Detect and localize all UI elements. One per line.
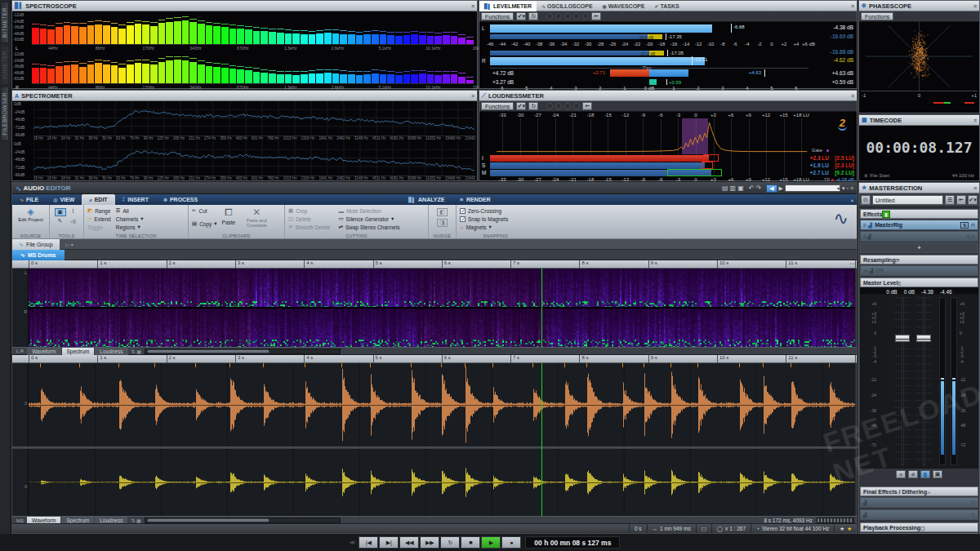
- resampling-slot[interactable]: ≫ ▟ Off: [860, 265, 978, 276]
- meter-tab-levelmeter[interactable]: ▊▌LEVELMETER: [479, 1, 537, 11]
- undo-icon[interactable]: ↶: [749, 184, 755, 192]
- play-button[interactable]: ▶: [481, 536, 501, 549]
- toggle-button[interactable]: Toggle: [87, 223, 111, 231]
- dithering-slot-empty[interactable]: ▟ ⊓: [860, 497, 978, 508]
- zoom-field[interactable]: ◯ x 1 : 267: [711, 524, 751, 533]
- effect-slot-masterrig[interactable]: ≡ ▟ MasterRig S ⊓: [860, 220, 978, 230]
- rewind-button[interactable]: ◀◀: [399, 536, 419, 549]
- paste-button[interactable]: Paste: [222, 218, 236, 226]
- panel-menu-icon[interactable]: ≡: [973, 185, 977, 191]
- meter-tab-oscilloscope[interactable]: ∿OSCILLOSCOPE: [537, 1, 598, 11]
- cursor-position-field[interactable]: 0 s: [629, 524, 647, 533]
- master-titlebar[interactable]: ★ MASTERSECTION ≡: [859, 183, 979, 193]
- ribbon-tab-insert[interactable]: ⌶INSERT: [115, 194, 156, 205]
- effects-led-icon[interactable]: ▮: [882, 211, 889, 218]
- layout-icon[interactable]: ▫: [846, 185, 848, 191]
- audition-tool-button[interactable]: ◁): [68, 218, 79, 224]
- ribbon-tab-process[interactable]: ✱PROCESS: [156, 194, 205, 205]
- preset-slot-icon[interactable]: [573, 103, 580, 109]
- fader-track[interactable]: [894, 297, 911, 465]
- redo-icon[interactable]: ↷: [755, 184, 761, 192]
- nav-back-icon[interactable]: ◀: [766, 184, 777, 193]
- preset-menu-icon[interactable]: ☰: [945, 195, 955, 205]
- apply-icon[interactable]: ✔▾: [968, 195, 978, 205]
- mono-downmix-button[interactable]: ≡: [896, 470, 906, 478]
- meter-tab-wavescope[interactable]: ◉WAVESCOPE: [598, 1, 650, 11]
- effect-slot-empty[interactable]: ≡ ▟ S ⊓: [860, 231, 978, 242]
- level-mode-button[interactable]: 6: [920, 470, 930, 478]
- monitor-field[interactable]: ▢: [696, 524, 711, 533]
- preset-slot-icon[interactable]: [573, 13, 580, 20]
- panel-menu-icon[interactable]: ≡: [851, 93, 854, 99]
- swap-channels-button[interactable]: ⇄ Swap Stereo Channels: [338, 223, 399, 231]
- waveform-time-ruler[interactable]: 0 s1 s2 s3 s4 s5 s6 s7 s8 s9 s10 s11 s12…: [12, 355, 857, 363]
- zoom-slider[interactable]: [817, 518, 854, 523]
- functions-button[interactable]: Functions: [861, 12, 893, 20]
- settings-check-icon[interactable]: ✔▾: [516, 12, 526, 20]
- dock-tab-bitmeter[interactable]: BITMETER: [0, 2, 9, 43]
- spectroscope-titlebar[interactable]: ▊▌ SPECTROSCOPE ≡: [12, 1, 477, 11]
- copy-button[interactable]: ▤ Copy ▾: [192, 220, 217, 228]
- bypass-icon[interactable]: ⊓: [971, 222, 975, 228]
- pin-icon[interactable]: ⇤: [956, 195, 966, 205]
- meter-tab-tasks[interactable]: ✔TASKS: [649, 1, 684, 11]
- range-button[interactable]: ◩ Range: [87, 207, 111, 215]
- fader-track[interactable]: [915, 297, 932, 465]
- favorite-field[interactable]: ★ ★: [834, 524, 857, 533]
- dithering-slot-empty[interactable]: ▟ ⊓: [860, 509, 978, 520]
- magnets-dropdown[interactable]: ∩ Magnets ▾: [460, 223, 532, 231]
- preset-slot-icon[interactable]: [555, 103, 562, 109]
- pin-icon[interactable]: ⇤: [582, 102, 592, 110]
- functions-button[interactable]: Functions: [481, 12, 514, 20]
- scrollbar-thumb[interactable]: [147, 518, 270, 522]
- new-file-icon[interactable]: ▤: [722, 184, 728, 192]
- timecode-mode[interactable]: File Start: [870, 173, 889, 178]
- extend-button[interactable]: ⬄ Extend: [87, 215, 111, 223]
- fader-handle[interactable]: [895, 335, 910, 342]
- tab-options-icon[interactable]: ▷ ▾: [66, 242, 74, 247]
- preset-slot-icon[interactable]: [564, 103, 571, 109]
- time-selection-tool-button[interactable]: ▣: [55, 208, 66, 216]
- smooth-delete-button[interactable]: ✕ Smooth Delete: [288, 223, 330, 231]
- scrollbar-thumb[interactable]: [147, 349, 270, 353]
- preset-slot-icon[interactable]: [564, 13, 571, 20]
- spectrometer-titlebar[interactable]: A SPECTROMETER ≡: [12, 91, 477, 101]
- solo-button[interactable]: S: [960, 222, 969, 229]
- ribbon-tab-view[interactable]: ◎VIEW: [46, 194, 82, 205]
- horizontal-scrollbar[interactable]: [145, 349, 341, 354]
- functions-button[interactable]: Functions: [481, 102, 514, 110]
- fader-handle[interactable]: [916, 335, 931, 342]
- ribbon-tab-edit[interactable]: eEDIT: [82, 194, 114, 205]
- editor-titlebar[interactable]: ∿ AUDIO EDITOR ▤ ▥ ▣ ↶ ↷ ◀ ▶ ▾ ▾ ▫ ≡: [12, 183, 857, 194]
- panel-menu-icon[interactable]: ≡: [973, 3, 977, 9]
- go-start-button[interactable]: |◀: [359, 536, 378, 549]
- lock-faders-button[interactable]: ▣: [933, 470, 942, 478]
- settings-check-icon[interactable]: ✔▾: [516, 102, 526, 110]
- dock-tab-filebrowser[interactable]: FILEBROWSER: [0, 87, 9, 141]
- panel-menu-icon[interactable]: ≡: [471, 3, 474, 9]
- nudge-right-button[interactable]: ◨: [437, 219, 448, 227]
- paste-crossfade-button[interactable]: Paste and Crossfade: [240, 218, 273, 228]
- nudge-left-button[interactable]: ◧: [437, 208, 448, 216]
- format-field[interactable]: ◔ Stereo 32 bit float 44 100 Hz: [751, 524, 834, 533]
- forward-button[interactable]: ▶▶: [420, 536, 439, 549]
- file-group-tab[interactable]: ∿ File Group: [12, 239, 60, 250]
- options-dropdown-icon[interactable]: ▾: [842, 185, 845, 192]
- ribbon-tab-file[interactable]: ∿FILE: [12, 194, 46, 205]
- add-effect-button[interactable]: +: [860, 242, 978, 253]
- master-level-header[interactable]: Master Level ▯: [860, 278, 978, 287]
- reset-icon[interactable]: ↻: [528, 12, 538, 20]
- playback-processing-header[interactable]: Playback Processing ▢: [860, 522, 978, 532]
- edit-project-button[interactable]: Edit Project: [16, 217, 46, 223]
- spectrogram-time-ruler[interactable]: ▫ ▫ 0 s1 s2 s3 s4 s5 s6 s7 s8 s9 s10 s11…: [12, 260, 857, 269]
- transport-collapse-icon[interactable]: ≪: [350, 540, 355, 546]
- dock-tab-vumeter[interactable]: VUMETER: [0, 45, 9, 85]
- go-end-button[interactable]: ▶|: [379, 536, 399, 549]
- pin-icon[interactable]: ⇤: [591, 12, 601, 20]
- stop-button[interactable]: ■: [461, 536, 480, 549]
- loudnessmeter-titlebar[interactable]: ⟋ LOUDNESSMETER ≡: [479, 91, 857, 101]
- preset-slot-icon[interactable]: [582, 13, 589, 20]
- effects-section-header[interactable]: Effects ▮: [860, 209, 978, 219]
- regions-dropdown[interactable]: Regions ▾: [116, 223, 144, 231]
- ribbon-tab-render[interactable]: ⚑RENDER: [452, 194, 497, 205]
